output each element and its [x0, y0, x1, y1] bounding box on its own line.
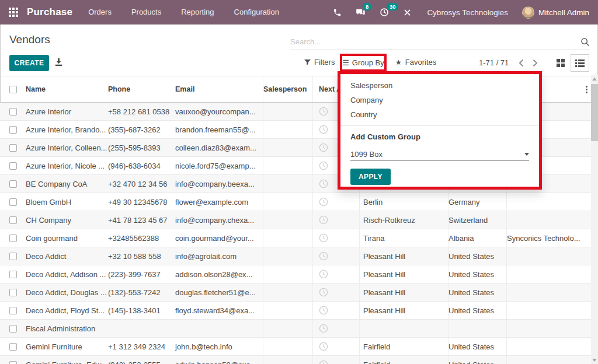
vendor-name: Deco Addict: [26, 252, 108, 261]
header-name[interactable]: Name: [26, 85, 108, 93]
nav-menu-products[interactable]: Products: [121, 0, 171, 24]
list-view-icon[interactable]: [571, 54, 589, 72]
activity-clock-icon[interactable]: [319, 306, 328, 315]
search-icon[interactable]: [580, 37, 590, 47]
vendor-company: [506, 247, 580, 265]
next-activity-cell: [312, 338, 359, 355]
row-checkbox[interactable]: [9, 235, 17, 242]
activity-clock-icon[interactable]: [319, 161, 328, 170]
optional-columns-icon[interactable]: [580, 86, 591, 93]
group-by-option-salesperson[interactable]: Salesperson: [340, 78, 539, 93]
tools-icon[interactable]: [396, 0, 419, 24]
row-checkbox-cell: [0, 162, 26, 170]
scroll-up-icon[interactable]: [591, 75, 598, 83]
header-salesperson[interactable]: Salesperson: [263, 76, 312, 102]
table-row[interactable]: Deco Addict, Addison ...(223)-399-7637ad…: [0, 265, 591, 284]
table-row[interactable]: Deco Addict+32 10 588 558info@agrolait.c…: [0, 247, 591, 265]
row-checkbox-cell: [0, 126, 26, 134]
search-input[interactable]: [290, 37, 580, 46]
table-row[interactable]: Gemini Furniture, Edw...(943)-352-2555ed…: [0, 356, 591, 364]
star-icon: ★: [395, 58, 402, 66]
app-title[interactable]: Purchase: [27, 6, 72, 18]
vendor-name: Gemini Furniture, Edw...: [26, 360, 108, 364]
vendor-country: United States: [448, 265, 506, 283]
favorites-button[interactable]: ★ Favorites: [395, 58, 436, 66]
row-checkbox[interactable]: [9, 271, 17, 278]
row-checkbox[interactable]: [9, 198, 17, 206]
row-checkbox[interactable]: [9, 325, 17, 332]
row-checkbox[interactable]: [9, 289, 17, 296]
pager-text: 1-71 / 71: [479, 58, 509, 67]
activity-clock-icon[interactable]: [319, 324, 328, 333]
nav-menu-orders[interactable]: Orders: [78, 0, 121, 24]
scroll-down-icon[interactable]: [591, 356, 598, 364]
header-phone[interactable]: Phone: [108, 85, 175, 93]
pager-previous-icon[interactable]: [515, 57, 527, 69]
row-checkbox[interactable]: [9, 180, 17, 188]
table-row[interactable]: Gemini Furniture+1 312 349 2324john.b@te…: [0, 338, 591, 356]
row-checkbox[interactable]: [9, 253, 17, 260]
activity-clock-icon[interactable]: [319, 288, 328, 297]
activity-clock-icon[interactable]: [319, 251, 328, 261]
row-checkbox[interactable]: [9, 361, 17, 364]
table-row[interactable]: Fiscal Administration: [0, 320, 591, 338]
row-checkbox[interactable]: [9, 343, 17, 351]
activities-icon[interactable]: 30: [373, 0, 396, 24]
vendor-city: [359, 320, 448, 337]
table-row[interactable]: CH Company+41 78 123 45 67info@company.c…: [0, 211, 591, 229]
kanban-view-icon[interactable]: [551, 54, 570, 72]
activity-clock-icon[interactable]: [319, 342, 328, 351]
vendor-salesperson: [263, 338, 312, 355]
vendor-phone: (145)-138-3401: [108, 306, 175, 315]
row-checkbox[interactable]: [9, 307, 17, 314]
user-menu[interactable]: Mitchell Admin: [516, 6, 598, 19]
custom-group-value: 1099 Box: [350, 150, 383, 159]
row-checkbox[interactable]: [9, 162, 17, 170]
add-custom-group-label: Add Custom Group: [340, 126, 539, 141]
nav-menu-reporting[interactable]: Reporting: [171, 0, 224, 24]
messages-badge: 8: [363, 3, 371, 10]
messages-icon[interactable]: 8: [349, 0, 373, 24]
activity-clock-icon[interactable]: [319, 125, 328, 134]
row-checkbox[interactable]: [9, 126, 17, 134]
nav-menu-configuration[interactable]: Configuration: [224, 0, 289, 24]
apps-grid-icon[interactable]: [0, 0, 26, 24]
company-switcher[interactable]: Cybrosys Technologies: [419, 8, 516, 17]
row-checkbox[interactable]: [9, 144, 17, 152]
table-row[interactable]: Deco Addict, Douglas ...(132)-553-7242do…: [0, 284, 591, 302]
vendor-company: [506, 320, 580, 337]
row-checkbox[interactable]: [9, 108, 17, 116]
group-by-option-company[interactable]: Company: [340, 93, 539, 107]
activity-clock-icon[interactable]: [319, 360, 328, 364]
vendor-name: Azure Interior, Brando...: [26, 125, 108, 134]
custom-group-select[interactable]: 1099 Box: [350, 148, 529, 161]
activity-clock-icon[interactable]: [319, 107, 328, 116]
group-by-option-country[interactable]: Country: [340, 107, 539, 122]
create-button[interactable]: CREATE: [9, 55, 49, 71]
table-row[interactable]: Deco Addict, Floyd St...(145)-138-3401fl…: [0, 302, 591, 320]
header-email[interactable]: Email: [175, 85, 263, 93]
user-name: Mitchell Admin: [538, 8, 589, 17]
vendor-email: edwin.hansen58@exa...: [175, 360, 263, 364]
activity-clock-icon[interactable]: [319, 143, 328, 152]
export-icon[interactable]: [54, 58, 63, 66]
table-row[interactable]: Bloem GmbH+49 30 12345678flower@example.…: [0, 193, 591, 211]
pager-next-icon[interactable]: [529, 57, 541, 69]
row-checkbox-cell: [0, 144, 26, 152]
vendor-salesperson: [263, 193, 312, 211]
activity-clock-icon[interactable]: [319, 270, 328, 279]
activity-clock-icon[interactable]: [319, 179, 328, 188]
filters-button[interactable]: Filters: [304, 58, 335, 66]
row-checkbox-cell: [0, 253, 26, 260]
table-row[interactable]: Coin gourmand+32485562388coin.gourmand@y…: [0, 229, 591, 247]
apply-button[interactable]: APPLY: [350, 169, 391, 185]
scrollbar-thumb[interactable]: [591, 84, 598, 141]
row-checkbox[interactable]: [9, 216, 17, 224]
phone-icon[interactable]: [326, 0, 349, 24]
activity-clock-icon[interactable]: [319, 215, 328, 225]
activity-clock-icon[interactable]: [319, 197, 328, 206]
vendor-city: Fairfield: [359, 356, 448, 364]
group-by-button[interactable]: ☰ Group By: [342, 58, 384, 67]
select-all-checkbox[interactable]: [9, 86, 17, 93]
activity-clock-icon[interactable]: [319, 233, 328, 243]
